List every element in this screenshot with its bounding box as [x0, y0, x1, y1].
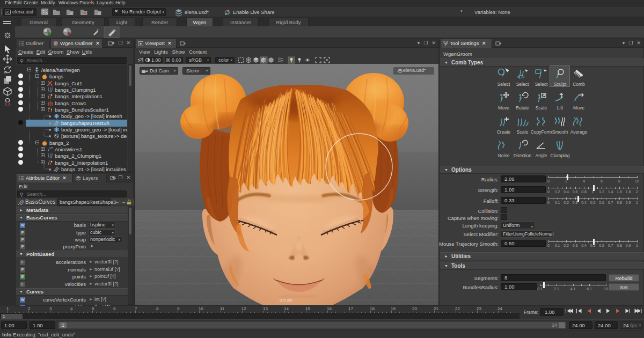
svg-text:0.5 cm: 0.5 cm	[280, 298, 292, 303]
